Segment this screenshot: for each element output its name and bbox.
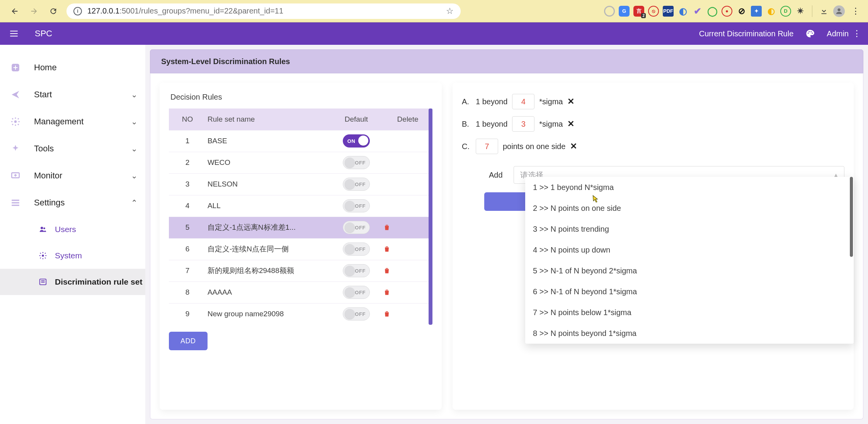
forward-button[interactable] [27, 4, 41, 18]
gear-icon [8, 117, 23, 127]
rule-a-input[interactable] [512, 94, 534, 109]
profile-avatar[interactable] [833, 5, 845, 17]
monitor-icon [8, 171, 23, 181]
table-row[interactable]: 3NELSONOFF [169, 173, 432, 195]
rule-b-input[interactable] [512, 116, 534, 132]
rule-a-row: A. 1 beyond *sigma ✕ [462, 90, 844, 113]
sidebar-sub-system[interactable]: System [0, 243, 145, 269]
site-info-icon[interactable]: i [73, 7, 82, 15]
default-toggle[interactable]: OFF [343, 221, 370, 234]
table-scrollbar[interactable] [429, 109, 432, 325]
kebab-icon[interactable]: ⋮ [849, 4, 863, 18]
sidebar-item-management[interactable]: Management ⌄ [0, 108, 145, 135]
ext-icon[interactable]: PDF [663, 6, 674, 17]
dropdown-option[interactable]: 3 >> N points trending [525, 219, 854, 239]
remove-rule-c-icon[interactable]: ✕ [570, 141, 577, 151]
table-row[interactable]: 7新的规则组名称29488额额OFF [169, 260, 432, 282]
add-rule-group-button[interactable]: ADD [169, 332, 208, 350]
col-no: NO [169, 109, 206, 130]
address-bar[interactable]: i 127.0.0.1:5001/rules_groups?menu_id=22… [66, 3, 461, 19]
svg-point-3 [811, 31, 812, 32]
sidebar-sub-discrimination-rules[interactable]: Discrimination rule set [0, 269, 145, 295]
dropdown-option[interactable]: 6 >> N-1 of N beyond 1*sigma [525, 281, 854, 302]
table-row[interactable]: 6自定义-连续N点在同一侧OFF [169, 238, 432, 260]
row-name: 新的规则组名称29488额额 [206, 260, 330, 282]
delete-icon[interactable] [383, 288, 432, 296]
reload-button[interactable] [46, 4, 60, 18]
back-button[interactable] [8, 4, 22, 18]
table-row[interactable]: 5自定义-1点远离N标准差1...OFF [169, 217, 432, 238]
current-rule-link[interactable]: Current Discrimination Rule [699, 29, 794, 38]
table-row[interactable]: 1BASEON [169, 130, 432, 152]
default-toggle[interactable]: OFF [343, 199, 370, 212]
dropdown-option[interactable]: 7 >> N points below 1*sigma [525, 302, 854, 323]
download-icon[interactable] [819, 6, 829, 17]
default-toggle[interactable]: OFF [343, 307, 370, 321]
row-no: 3 [169, 173, 206, 195]
remove-rule-a-icon[interactable]: ✕ [567, 97, 574, 107]
rules-list-panel: Decision Rules NO Rule set name Default … [160, 83, 442, 410]
col-name: Rule set name [206, 109, 330, 130]
dropdown-option[interactable]: 1 >> 1 beyond N*sigma [525, 177, 854, 198]
menu-icon[interactable] [7, 27, 21, 41]
rule-type-dropdown: 1 >> 1 beyond N*sigma2 >> N points on on… [525, 177, 854, 344]
table-row[interactable]: 2WECOOFF [169, 152, 432, 173]
default-toggle[interactable]: OFF [343, 156, 370, 169]
ext-icon[interactable]: ✔ [692, 6, 703, 17]
ext-icon[interactable]: 言2 [633, 6, 644, 17]
ext-icon[interactable]: D [780, 6, 791, 17]
users-icon [39, 225, 50, 234]
dropdown-option[interactable]: 4 >> N points up down [525, 239, 854, 260]
default-toggle[interactable]: OFF [343, 264, 370, 277]
delete-icon[interactable] [383, 267, 432, 275]
dropdown-option[interactable]: 5 >> N-1 of N beyond 2*sigma [525, 260, 854, 281]
extensions-tray: G 言2 ⦸ PDF ◐ ✔ ◯ ● ⊘ ✦ ◐ D ✴ ⋮ [604, 4, 864, 18]
default-toggle[interactable]: ON [343, 134, 370, 148]
app-title: SPC [35, 29, 52, 39]
col-del: Delete [383, 109, 432, 130]
ext-icon[interactable]: ◐ [766, 6, 776, 17]
extensions-icon[interactable]: ✴ [795, 6, 806, 17]
svg-point-9 [43, 227, 45, 229]
sidebar-item-settings[interactable]: Settings ⌃ [0, 189, 145, 216]
ext-icon[interactable]: ◯ [707, 6, 718, 17]
dropdown-scrollbar[interactable] [850, 177, 853, 257]
ext-icon[interactable]: ⊘ [736, 6, 747, 17]
home-plus-icon [8, 63, 23, 73]
col-def: Default [330, 109, 383, 130]
sidebar-item-home[interactable]: Home [0, 54, 145, 81]
ext-icon[interactable] [604, 6, 615, 17]
ext-icon[interactable]: G [619, 6, 630, 17]
svg-point-0 [837, 8, 840, 11]
svg-point-4 [812, 33, 813, 34]
ext-icon[interactable]: ◐ [677, 6, 688, 17]
table-row[interactable]: 4ALLOFF [169, 195, 432, 217]
default-toggle[interactable]: OFF [343, 178, 370, 191]
sidebar-sub-users[interactable]: Users [0, 216, 145, 243]
chevron-down-icon: ⌄ [131, 117, 138, 126]
palette-icon[interactable] [804, 28, 816, 39]
delete-icon[interactable] [383, 224, 432, 231]
ext-icon[interactable]: ⦸ [648, 6, 659, 17]
default-toggle[interactable]: OFF [343, 286, 370, 299]
table-row[interactable]: 9New group name29098OFF [169, 303, 432, 325]
delete-icon[interactable] [383, 245, 432, 253]
kebab-icon[interactable]: ⋮ [853, 29, 861, 39]
ext-icon[interactable]: ● [722, 6, 732, 17]
sidebar-item-monitor[interactable]: Monitor ⌄ [0, 162, 145, 189]
chevron-down-icon: ⌄ [131, 90, 138, 99]
default-toggle[interactable]: OFF [343, 243, 370, 256]
star-icon[interactable]: ☆ [446, 6, 454, 16]
user-label[interactable]: Admin [827, 29, 849, 38]
row-name: ALL [206, 195, 330, 217]
rule-c-input[interactable] [476, 139, 498, 154]
sidebar-item-start[interactable]: Start ⌄ [0, 81, 145, 108]
sidebar-item-tools[interactable]: Tools ⌄ [0, 135, 145, 162]
remove-rule-b-icon[interactable]: ✕ [567, 119, 574, 129]
dropdown-option[interactable]: 8 >> N points beyond 1*sigma [525, 323, 854, 344]
row-name: NELSON [206, 173, 330, 195]
delete-icon[interactable] [383, 310, 432, 318]
table-row[interactable]: 8AAAAAOFF [169, 282, 432, 303]
dropdown-option[interactable]: 2 >> N points on one side [525, 198, 854, 219]
ext-icon[interactable]: ✦ [751, 6, 762, 17]
